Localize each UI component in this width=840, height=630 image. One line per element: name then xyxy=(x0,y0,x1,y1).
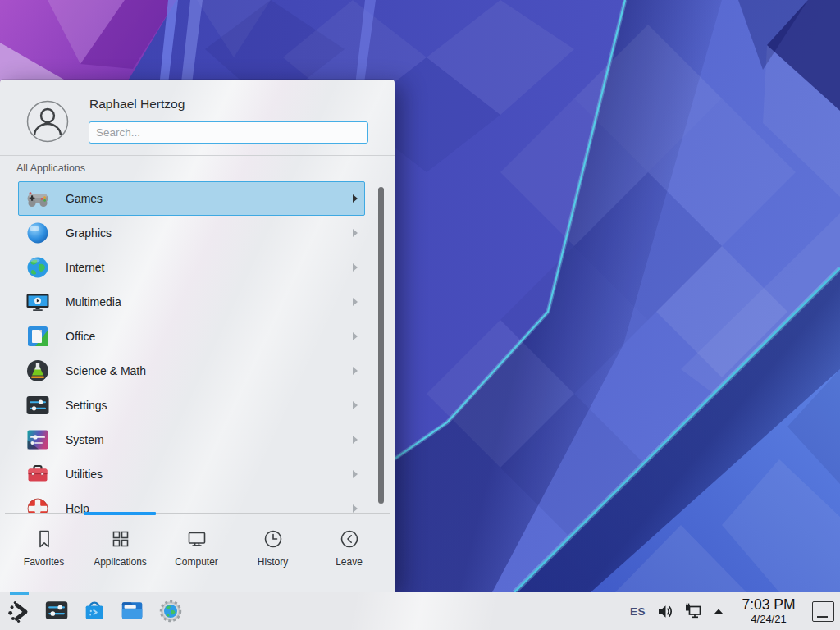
kickoff-launcher-icon xyxy=(6,597,34,625)
category-utilities[interactable]: Utilities xyxy=(18,457,365,491)
submenu-arrow-icon xyxy=(353,401,358,409)
leave-icon xyxy=(338,527,361,550)
tab-history[interactable]: History xyxy=(235,517,311,592)
tab-applications[interactable]: Applications xyxy=(82,517,158,592)
category-games[interactable]: Games xyxy=(18,181,365,216)
taskbar-panel: ES xyxy=(0,592,840,630)
category-settings[interactable]: Settings xyxy=(18,388,365,422)
category-label: System xyxy=(66,433,104,446)
system-settings-button[interactable] xyxy=(43,592,72,630)
system-icon xyxy=(25,427,51,453)
category-internet[interactable]: Internet xyxy=(18,250,365,285)
submenu-arrow-icon xyxy=(353,194,358,203)
favorites-icon xyxy=(33,527,56,550)
submenu-arrow-icon xyxy=(353,263,358,272)
user-name: Raphael Hertzog xyxy=(89,97,185,112)
desktop: Raphael Hertzog All Applications xyxy=(0,0,840,630)
submenu-arrow-icon xyxy=(353,436,358,444)
submenu-arrow-icon xyxy=(353,229,358,237)
tab-label: History xyxy=(258,556,288,568)
multimedia-icon xyxy=(25,289,51,315)
category-label: Games xyxy=(66,192,103,205)
show-desktop-icon xyxy=(817,616,828,618)
help-icon xyxy=(25,495,51,513)
submenu-arrow-icon xyxy=(353,470,358,478)
dolphin-file-manager-button[interactable] xyxy=(118,592,148,630)
category-label: Utilities xyxy=(66,468,103,481)
tab-computer[interactable]: Computer xyxy=(158,517,235,592)
application-launcher-menu: Raphael Hertzog All Applications xyxy=(0,80,395,592)
scrollbar[interactable] xyxy=(378,187,384,504)
volume-icon[interactable] xyxy=(656,603,673,620)
category-graphics[interactable]: Graphics xyxy=(18,216,365,250)
user-avatar-icon xyxy=(26,100,69,143)
history-icon xyxy=(262,527,285,550)
internet-icon xyxy=(25,254,51,281)
section-label: All Applications xyxy=(16,162,85,174)
category-label: Office xyxy=(66,330,95,343)
office-icon xyxy=(25,323,51,349)
category-list: Games Graphics xyxy=(0,181,395,513)
settings-icon xyxy=(25,392,51,418)
tabbar-divider xyxy=(5,513,390,514)
games-icon xyxy=(25,185,51,212)
tab-label: Leave xyxy=(336,556,363,568)
category-science-math[interactable]: Science & Math xyxy=(18,354,365,388)
dolphin-file-manager-icon xyxy=(119,597,147,625)
system-settings-icon xyxy=(43,597,71,625)
discover-icon xyxy=(81,597,109,625)
konqueror-browser-icon xyxy=(157,597,185,625)
submenu-arrow-icon xyxy=(353,504,358,513)
submenu-arrow-icon xyxy=(353,332,358,340)
konqueror-browser-button[interactable] xyxy=(156,592,185,630)
tab-bar: Favorites Applications xyxy=(6,517,387,592)
show-desktop-button[interactable] xyxy=(812,601,834,622)
keyboard-layout-indicator[interactable]: ES xyxy=(630,605,646,618)
submenu-arrow-icon xyxy=(353,298,358,306)
submenu-arrow-icon xyxy=(353,367,358,375)
category-office[interactable]: Office xyxy=(18,319,365,354)
expand-tray-icon[interactable] xyxy=(713,608,724,615)
network-icon[interactable] xyxy=(684,602,702,620)
search-field xyxy=(89,121,368,144)
utilities-icon xyxy=(25,461,51,487)
category-label: Settings xyxy=(66,399,107,412)
tab-favorites[interactable]: Favorites xyxy=(6,517,82,592)
tab-label: Favorites xyxy=(24,556,64,568)
text-cursor xyxy=(94,126,94,139)
clock-time: 7:03 PM xyxy=(736,597,801,613)
category-label: Science & Math xyxy=(66,364,146,377)
category-system[interactable]: System xyxy=(18,422,365,457)
graphics-icon xyxy=(25,220,51,246)
applications-icon xyxy=(109,527,132,550)
launcher-header: Raphael Hertzog xyxy=(0,80,395,155)
digital-clock[interactable]: 7:03 PM 4/24/21 xyxy=(736,597,801,625)
active-tab-indicator xyxy=(84,512,156,515)
search-input[interactable] xyxy=(89,121,368,144)
system-tray: ES xyxy=(630,602,724,620)
tab-label: Computer xyxy=(175,556,218,568)
active-app-indicator xyxy=(10,592,29,595)
application-launcher-button[interactable] xyxy=(5,592,34,630)
clock-date: 4/24/21 xyxy=(736,613,801,625)
category-help[interactable]: Help xyxy=(18,491,365,513)
tab-label: Applications xyxy=(94,556,147,568)
category-label: Graphics xyxy=(66,226,112,240)
category-label: Multimedia xyxy=(66,295,121,308)
science-math-icon xyxy=(25,358,51,384)
tab-leave[interactable]: Leave xyxy=(311,517,387,592)
computer-icon xyxy=(185,527,208,550)
category-label: Internet xyxy=(66,261,104,274)
taskbar-app-icons xyxy=(5,592,185,630)
header-divider xyxy=(0,155,395,156)
discover-button[interactable] xyxy=(80,592,110,630)
category-multimedia[interactable]: Multimedia xyxy=(18,285,365,319)
